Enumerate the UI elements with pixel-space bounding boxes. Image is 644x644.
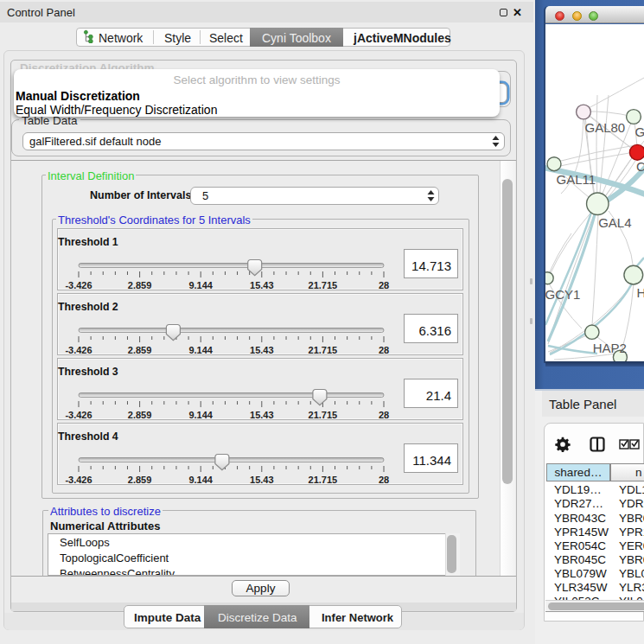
svg-text:C: C bbox=[636, 159, 644, 174]
svg-text:HA: HA bbox=[637, 285, 644, 300]
svg-text:GAL11: GAL11 bbox=[557, 172, 596, 187]
svg-text:GAL4: GAL4 bbox=[598, 215, 631, 230]
svg-text:GCY1: GCY1 bbox=[545, 287, 580, 302]
svg-text:HAP2: HAP2 bbox=[593, 341, 627, 355]
svg-text:GAL80: GAL80 bbox=[585, 120, 626, 135]
svg-text:GA: GA bbox=[635, 124, 644, 139]
